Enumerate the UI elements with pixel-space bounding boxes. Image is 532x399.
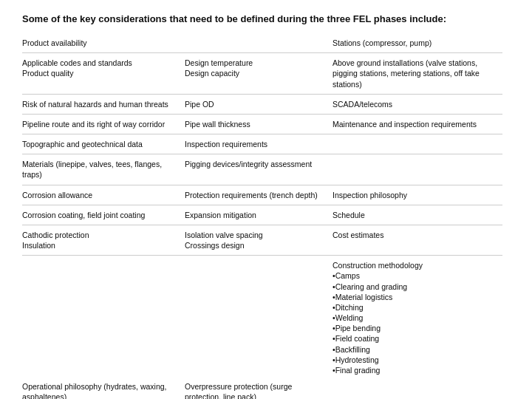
content-grid: Product availabilityStations (compressor…	[22, 35, 510, 399]
page: Some of the key considerations that need…	[0, 0, 532, 399]
row-divider	[22, 94, 502, 95]
row-divider	[22, 255, 502, 256]
cell-r7-c1: Expansion mitigation	[185, 207, 332, 223]
cell-r3-c0: Pipeline route and its right of way corr…	[22, 116, 185, 132]
cell-r5-c1: Pigging devices/integrity assessment	[185, 156, 332, 183]
cell-r10-c2	[332, 378, 502, 399]
cell-r9-c2: Construction methodology •Camps •Clearin…	[332, 257, 502, 378]
cell-r4-c1: Inspection requirements	[185, 136, 332, 152]
row-divider	[22, 154, 502, 154]
cell-r4-c2	[332, 136, 502, 152]
cell-r10-c0: Operational philosophy (hydrates, waxing…	[22, 378, 185, 399]
cell-r8-c1: Isolation valve spacing Crossings design	[185, 227, 332, 253]
cell-r1-c0: Applicable codes and standards Product q…	[22, 55, 185, 92]
cell-r9-c0	[22, 257, 185, 378]
cell-r3-c2: Maintenance and inspection requirements	[332, 116, 502, 132]
row-divider	[22, 114, 502, 115]
cell-r9-c1	[185, 257, 332, 378]
cell-r1-c1: Design temperature Design capacity	[185, 55, 332, 92]
cell-r0-c2: Stations (compressor, pump)	[332, 35, 502, 51]
page-title: Some of the key considerations that need…	[22, 13, 510, 24]
cell-r8-c0: Cathodic protection Insulation	[22, 227, 185, 253]
cell-r5-c2	[332, 156, 502, 183]
cell-r10-c1: Overpressure protection (surge protectio…	[185, 378, 332, 399]
cell-r0-c1	[185, 35, 332, 51]
cell-r6-c0: Corrosion allowance	[22, 187, 185, 203]
cell-r7-c2: Schedule	[332, 207, 502, 223]
row-divider	[22, 134, 502, 134]
row-divider	[22, 185, 502, 185]
cell-r5-c0: Materials (linepipe, valves, tees, flang…	[22, 156, 185, 183]
cell-r1-c2: Above ground installations (valve statio…	[332, 55, 502, 92]
row-divider	[22, 52, 502, 53]
cell-r7-c0: Corrosion coating, field joint coating	[22, 207, 185, 223]
row-divider	[22, 205, 502, 205]
cell-r2-c1: Pipe OD	[185, 96, 332, 112]
cell-r4-c0: Topographic and geotechnical data	[22, 136, 185, 152]
cell-r6-c1: Protection requirements (trench depth)	[185, 187, 332, 203]
cell-r0-c0: Product availability	[22, 35, 185, 51]
cell-r3-c1: Pipe wall thickness	[185, 116, 332, 132]
cell-r8-c2: Cost estimates	[332, 227, 502, 253]
cell-r2-c2: SCADA/telecoms	[332, 96, 502, 112]
cell-r2-c0: Risk of natural hazards and human threat…	[22, 96, 185, 112]
row-divider	[22, 225, 502, 225]
cell-r6-c2: Inspection philosophy	[332, 187, 502, 203]
